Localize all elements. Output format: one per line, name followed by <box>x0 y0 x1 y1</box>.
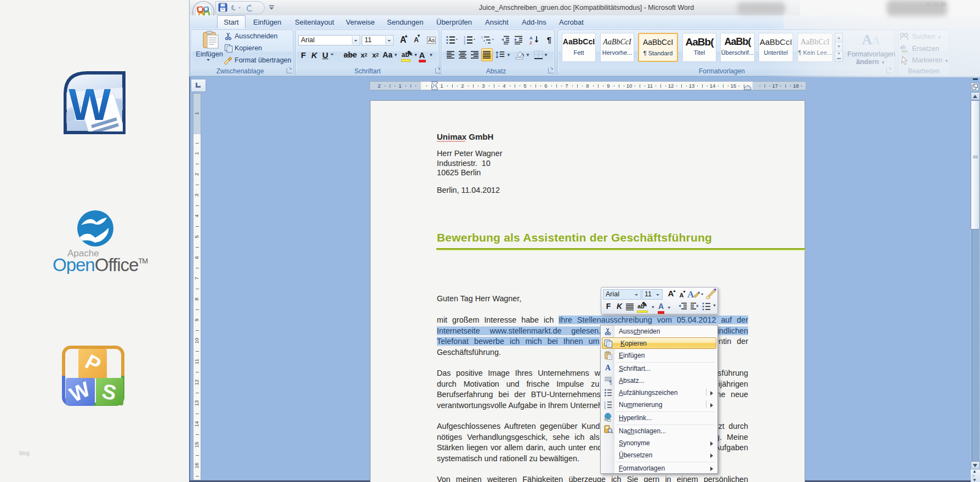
svg-text:Z: Z <box>529 41 532 44</box>
svg-text:A: A <box>529 36 533 41</box>
svg-text:1: 1 <box>481 36 483 39</box>
svg-text:i: i <box>486 42 486 44</box>
svg-text:3: 3 <box>464 42 465 44</box>
svg-text:W: W <box>69 79 111 129</box>
svg-text:¶: ¶ <box>609 379 612 385</box>
svg-text:OpenOfficeTM: OpenOfficeTM <box>53 255 147 274</box>
svg-text:a: a <box>483 38 485 42</box>
svg-text:3: 3 <box>604 406 606 409</box>
svg-text:A: A <box>687 289 694 300</box>
